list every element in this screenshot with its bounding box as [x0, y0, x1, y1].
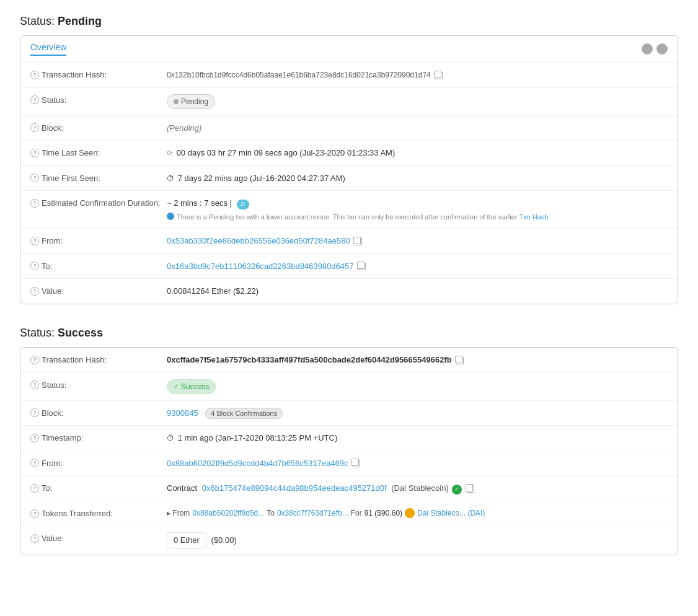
- success-section-title: Status: Success: [20, 327, 678, 340]
- timestamp-label: ? Timestamp:: [30, 432, 167, 442]
- copy-icon[interactable]: [355, 238, 362, 245]
- from-label: ? From:: [30, 235, 167, 245]
- help-icon[interactable]: ?: [30, 174, 39, 182]
- success-to-label: ? To:: [30, 482, 167, 493]
- copy-icon[interactable]: [467, 485, 474, 493]
- success-from-label: ? From:: [30, 457, 167, 468]
- token-icon: [405, 508, 415, 518]
- time-first-seen-label: ? Time First Seen:: [30, 172, 167, 183]
- info-badge: 2!: [237, 200, 249, 209]
- time-last-seen-row: ? Time Last Seen: ⟳ 00 days 03 hr 27 min…: [20, 141, 678, 166]
- help-icon[interactable]: ?: [30, 509, 39, 518]
- header-icon-1: [642, 43, 653, 55]
- est-conf-row: ? Estimated Confirmation Duration: ~ 2 m…: [20, 191, 678, 229]
- value-amount: 0.00841264 Ether ($2.22): [167, 285, 668, 297]
- success-from-row: ? From: 0x88ab60202ff9d5d9ccdd4b4d7b656c…: [20, 451, 678, 477]
- status-label: ? Status:: [30, 94, 167, 105]
- tx-hash-row: ? Transaction Hash: 0x132b10fbcb1d9fccc4…: [20, 63, 678, 88]
- success-card: ? Transaction Hash: 0xcffade7f5e1a67579c…: [20, 347, 678, 555]
- copy-icon[interactable]: [353, 460, 360, 467]
- help-icon[interactable]: ?: [30, 534, 39, 543]
- help-icon[interactable]: ?: [30, 262, 39, 270]
- to-address-link[interactable]: 0x16a3bd9c7eb11106326cad2263bd8463980d64…: [167, 262, 353, 271]
- time-first-seen-value: ⏱ 7 days 22 mins ago (Jul-16-2020 04:27:…: [167, 172, 668, 185]
- success-tx-hash-value: 0xcffade7f5e1a67579cb4333aff497fd5a500cb…: [167, 354, 668, 366]
- token-to-link[interactable]: 0x38cc7f763d71efb...: [277, 508, 348, 519]
- success-status-value: ✓ Success: [167, 379, 668, 394]
- txn-hash-link[interactable]: Txn Hash: [519, 213, 548, 221]
- success-block-value: 9300845 4 Block Confirmations: [167, 407, 668, 420]
- block-number-link[interactable]: 9300845: [167, 408, 198, 418]
- help-icon[interactable]: ?: [30, 237, 39, 245]
- tokens-row: ? Tokens Transferred: ▸ From 0x88ab60202…: [20, 501, 678, 526]
- to-label: ? To:: [30, 260, 167, 271]
- success-from-address-link[interactable]: 0x88ab60202ff9d5d9ccdd4b4d7b656c5317ea46…: [167, 459, 348, 468]
- help-icon[interactable]: ?: [30, 408, 39, 417]
- success-status-label: ? Status:: [30, 379, 167, 390]
- from-row: ? From: 0x53ab330f2ee86debb26556e036ed50…: [20, 229, 678, 254]
- value-label: ? Value:: [30, 285, 167, 296]
- block-value: (Pending): [167, 122, 668, 134]
- help-icon[interactable]: ?: [30, 71, 39, 79]
- success-to-row: ? To: Contract 0x6b175474e89094c44da98b9…: [20, 476, 678, 501]
- spinner-icon: ⟳: [167, 147, 173, 159]
- block-label: ? Block:: [30, 122, 167, 133]
- time-last-seen-label: ? Time Last Seen:: [30, 147, 167, 157]
- to-row: ? To: 0x16a3bd9c7eb11106326cad2263bd8463…: [20, 254, 678, 279]
- timestamp-value: ⏱ 1 min ago (Jan-17-2020 08:13:25 PM +UT…: [167, 432, 668, 444]
- success-value-label: ? Value:: [30, 532, 167, 543]
- est-conf-note: There is a Pending txn with a lower acco…: [167, 212, 668, 222]
- copy-icon[interactable]: [358, 263, 366, 270]
- clock-icon: ⏱: [167, 174, 174, 183]
- token-from-link[interactable]: 0x88ab60202ff9d5d...: [192, 508, 264, 519]
- help-icon[interactable]: ?: [30, 434, 39, 442]
- to-contract-link[interactable]: 0x6b175474e89094c44da98b954eedeac495271d…: [202, 483, 387, 493]
- header-icons: [642, 43, 668, 55]
- help-icon[interactable]: ?: [30, 95, 39, 104]
- block-row: ? Block: (Pending): [20, 116, 678, 141]
- success-from-value: 0x88ab60202ff9d5d9ccdd4b4d7b656c5317ea46…: [167, 457, 668, 470]
- help-icon[interactable]: ?: [30, 381, 39, 389]
- success-status-badge: ✓ Success: [167, 379, 216, 394]
- tokens-value: ▸ From 0x88ab60202ff9d5d... To 0x38cc7f7…: [167, 508, 668, 519]
- success-block-label: ? Block:: [30, 407, 167, 418]
- clock-icon: ⏱: [167, 434, 174, 442]
- success-status-row: ? Status: ✓ Success: [20, 373, 678, 401]
- pending-section-title: Status: Pending: [20, 15, 678, 28]
- est-conf-value: ~ 2 mins : 7 secs | 2! There is a Pendin…: [167, 197, 668, 222]
- help-icon[interactable]: ?: [30, 356, 39, 364]
- copy-icon[interactable]: [456, 357, 464, 364]
- from-address-link[interactable]: 0x53ab330f2ee86debb26556e036ed50f7284ae5…: [167, 236, 350, 245]
- verified-icon: ✓: [452, 485, 462, 495]
- help-icon[interactable]: ?: [30, 287, 39, 296]
- help-icon[interactable]: ?: [30, 199, 39, 208]
- success-to-value: Contract 0x6b175474e89094c44da98b954eede…: [167, 482, 668, 495]
- est-conf-label: ? Estimated Confirmation Duration:: [30, 197, 167, 208]
- success-tx-hash-label: ? Transaction Hash:: [30, 354, 167, 364]
- time-last-seen-value: ⟳ 00 days 03 hr 27 min 09 secs ago (Jul-…: [167, 147, 668, 159]
- ether-value-box: 0 Ether: [167, 532, 206, 548]
- help-icon[interactable]: ?: [30, 123, 39, 132]
- tokens-label: ? Tokens Transferred:: [30, 508, 167, 518]
- help-icon[interactable]: ?: [30, 149, 39, 157]
- help-icon[interactable]: ?: [30, 459, 39, 467]
- card-header: Overview: [20, 36, 678, 63]
- block-confirmations-badge: 4 Block Confirmations: [205, 408, 283, 419]
- help-icon[interactable]: ?: [30, 484, 39, 493]
- token-name-link[interactable]: Dai Stableco... (DAI): [417, 508, 485, 519]
- info-dot: [167, 213, 174, 220]
- tx-hash-label: ? Transaction Hash:: [30, 69, 167, 79]
- success-value-amount: 0 Ether ($0.00): [167, 532, 668, 548]
- timestamp-row: ? Timestamp: ⏱ 1 min ago (Jan-17-2020 08…: [20, 426, 678, 451]
- overview-tab[interactable]: Overview: [30, 42, 66, 56]
- success-block-row: ? Block: 9300845 4 Block Confirmations: [20, 401, 678, 426]
- status-value: Pending: [167, 94, 668, 109]
- pending-card: Overview ? Transaction Hash: 0x132b10fbc…: [20, 35, 678, 304]
- copy-icon[interactable]: [435, 72, 443, 79]
- tx-hash-value: 0x132b10fbcb1d9fccc4d6b05afaae1e61b6ba72…: [167, 69, 668, 81]
- token-transfer-detail: ▸ From 0x88ab60202ff9d5d... To 0x38cc7f7…: [167, 508, 668, 519]
- success-tx-hash-row: ? Transaction Hash: 0xcffade7f5e1a67579c…: [20, 348, 678, 373]
- status-badge: Pending: [167, 94, 215, 109]
- status-row: ? Status: Pending: [20, 88, 678, 116]
- to-value: 0x16a3bd9c7eb11106326cad2263bd8463980d64…: [167, 260, 668, 273]
